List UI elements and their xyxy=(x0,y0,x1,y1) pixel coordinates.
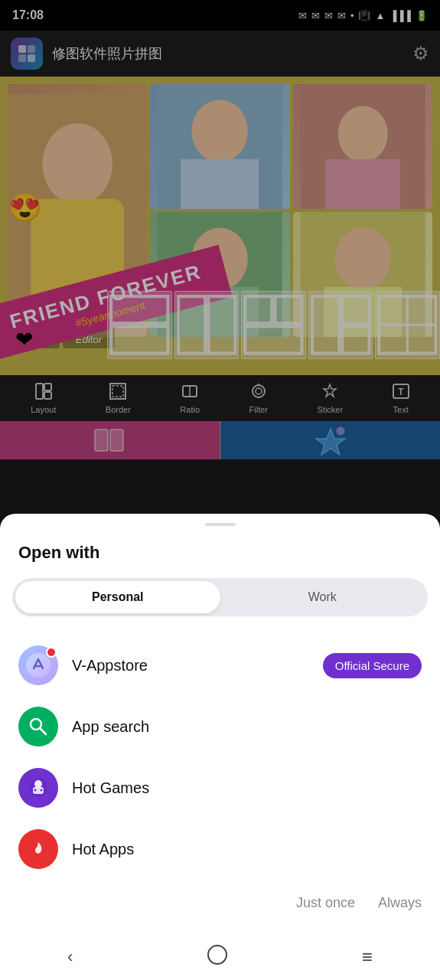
open-with-title: Open with xyxy=(0,535,440,578)
notification-dot xyxy=(46,647,57,658)
bottom-sheet: Open with Personal Work xyxy=(0,514,440,934)
appsearch-icon xyxy=(18,707,58,746)
app-list: V-Appstore Official Secure App search xyxy=(0,635,440,880)
appsearch-label: App search xyxy=(72,718,149,736)
tab-personal[interactable]: Personal xyxy=(15,581,220,613)
hotgames-icon xyxy=(18,768,58,808)
hotapps-icon xyxy=(18,829,58,869)
tab-switcher: Personal Work xyxy=(12,578,428,616)
sheet-handle xyxy=(205,523,236,526)
bottom-nav: ‹ ≡ xyxy=(0,934,440,980)
nav-back-button[interactable]: ‹ xyxy=(52,941,88,973)
just-once-button[interactable]: Just once xyxy=(296,895,355,911)
nav-menu-button[interactable]: ≡ xyxy=(347,940,388,974)
home-circle-icon xyxy=(207,945,227,965)
nav-home-button[interactable] xyxy=(192,939,243,975)
svg-point-55 xyxy=(34,789,37,792)
list-item-appsearch[interactable]: App search xyxy=(0,696,440,757)
list-item-hotgames[interactable]: Hot Games xyxy=(0,757,440,818)
svg-point-56 xyxy=(41,789,43,792)
vappstore-icon xyxy=(18,645,58,685)
svg-line-51 xyxy=(41,729,47,735)
list-item-hotapps[interactable]: Hot Apps xyxy=(0,818,440,880)
hotapps-label: Hot Apps xyxy=(72,841,134,858)
tab-work[interactable]: Work xyxy=(220,581,425,613)
list-item-vappstore[interactable]: V-Appstore Official Secure xyxy=(0,635,440,696)
hotgames-label: Hot Games xyxy=(72,779,149,797)
vappstore-label: V-Appstore xyxy=(72,657,148,675)
official-badge: Official Secure xyxy=(323,653,422,678)
svg-point-53 xyxy=(34,780,42,788)
always-button[interactable]: Always xyxy=(378,895,422,911)
action-buttons: Just once Always xyxy=(0,880,440,919)
